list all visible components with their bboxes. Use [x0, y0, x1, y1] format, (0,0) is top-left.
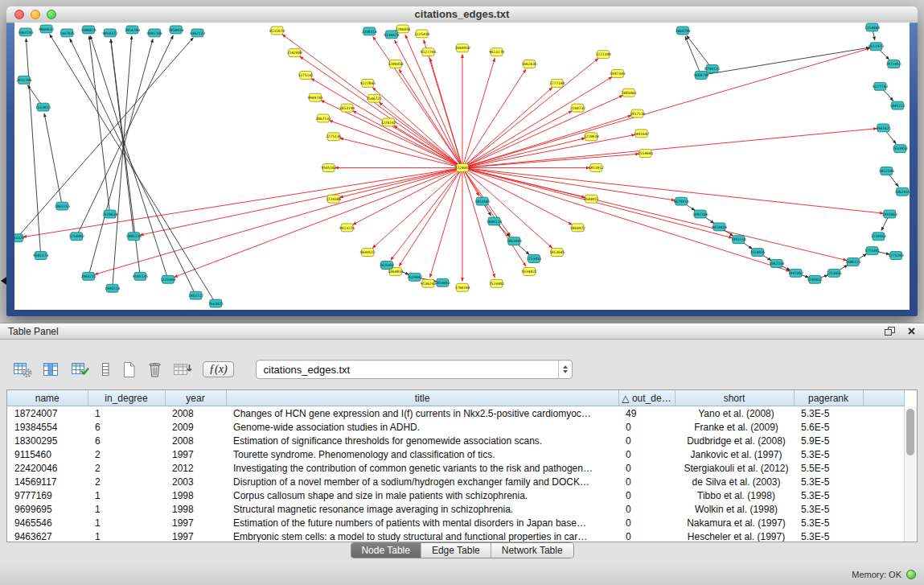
table-row[interactable]: 1830029562008Estimation of significance … — [7, 434, 905, 447]
network-edge[interactable] — [89, 39, 153, 273]
network-node[interactable]: 1221390 — [596, 51, 611, 59]
close-panel-button[interactable] — [907, 327, 916, 336]
network-node[interactable]: 1401647 — [634, 130, 649, 138]
network-node[interactable]: 2275136 — [326, 133, 341, 141]
network-edge[interactable] — [466, 168, 675, 200]
network-edge[interactable] — [140, 168, 458, 235]
network-edge[interactable] — [89, 36, 109, 210]
network-node[interactable]: 1533958 — [893, 145, 908, 153]
network-node[interactable]: 9511973 — [869, 43, 884, 51]
network-edge[interactable] — [395, 40, 461, 164]
network-node[interactable]: 1554036 — [749, 249, 765, 257]
combo-stepper-icon[interactable] — [558, 360, 572, 378]
network-node[interactable]: 2208318 — [362, 27, 377, 35]
network-node[interactable]: 9013276 — [339, 224, 355, 232]
network-node[interactable]: 9505174 — [33, 252, 48, 260]
network-edge[interactable] — [466, 134, 635, 167]
table-row[interactable]: 1872400712008Changes of HCN gene express… — [7, 406, 905, 421]
delete-button[interactable] — [147, 361, 162, 378]
network-node[interactable]: 1453445 — [474, 197, 490, 205]
network-node[interactable]: 1606123 — [845, 258, 860, 266]
table-row[interactable]: 1456911722003Disruption of a novel membe… — [7, 475, 905, 488]
network-node[interactable]: 1662635 — [522, 60, 537, 68]
network-node[interactable]: 1853012 — [589, 164, 604, 172]
network-node[interactable]: 2160732 — [570, 104, 585, 112]
select-columns-button[interactable] — [43, 361, 60, 378]
network-node[interactable]: 2867133 — [315, 114, 331, 122]
network-node[interactable]: 1724065 — [454, 164, 470, 172]
scrollbar-thumb[interactable] — [906, 409, 914, 455]
network-edge[interactable] — [23, 168, 458, 237]
column-header-5[interactable]: short — [675, 390, 794, 406]
network-edge[interactable] — [465, 69, 526, 164]
network-edge[interactable] — [430, 171, 462, 277]
column-header-3[interactable]: title — [226, 390, 618, 406]
network-node[interactable]: 8640512 — [360, 249, 376, 257]
network-edge[interactable] — [466, 169, 733, 238]
network-node[interactable]: 1064972 — [570, 224, 585, 232]
network-node[interactable]: 7643021 — [208, 299, 224, 307]
network-edge[interactable] — [885, 131, 896, 144]
network-node[interactable]: 9227843 — [360, 79, 376, 87]
network-node[interactable]: 1777140 — [549, 79, 565, 87]
import-table-button[interactable] — [173, 361, 192, 378]
network-node[interactable]: 1063003 — [507, 237, 522, 245]
network-edge[interactable] — [399, 171, 460, 266]
collapse-panel-arrow[interactable] — [1, 277, 6, 285]
network-node[interactable]: 1854063 — [435, 278, 450, 286]
network-edge[interactable] — [44, 113, 61, 202]
network-node[interactable]: 1845221 — [890, 101, 906, 109]
network-edge[interactable] — [391, 171, 460, 260]
network-node[interactable]: 1773301 — [864, 247, 880, 255]
table-select-combobox[interactable]: citations_edges.txt — [256, 360, 573, 379]
network-node[interactable]: 1664950 — [454, 44, 470, 52]
table-row[interactable]: 1938455462009Genome-wide association stu… — [7, 420, 905, 434]
function-builder-button[interactable]: ƒ(x) — [203, 361, 234, 377]
network-node[interactable]: 1906514 — [105, 284, 120, 292]
column-header-2[interactable]: year — [165, 390, 226, 406]
network-edge[interactable] — [466, 169, 790, 271]
table-row[interactable]: 911546021997Tourette syndrome. Phenomeno… — [7, 447, 905, 461]
network-node[interactable]: 7619447 — [407, 273, 422, 281]
network-edge[interactable] — [879, 49, 889, 60]
tab-node-table[interactable]: Node Table — [351, 543, 421, 558]
network-node[interactable]: 1853645 — [549, 249, 565, 257]
network-node[interactable]: 8130474 — [384, 31, 399, 39]
network-view[interactable]: 1724065185301295049171064972185364595348… — [14, 23, 910, 310]
table-row[interactable]: 2242004622012Investigating the contribut… — [7, 461, 905, 475]
network-node[interactable]: 8679914 — [673, 197, 688, 205]
network-node[interactable]: 2031106 — [16, 76, 31, 84]
network-node[interactable]: 1062150 — [769, 260, 784, 268]
table-row[interactable]: 969969511998Structural magnetic resonanc… — [7, 502, 905, 516]
network-node[interactable]: 1253456 — [826, 269, 841, 277]
network-node[interactable]: 9227743 — [873, 82, 888, 90]
network-node[interactable]: 9860032 — [39, 25, 54, 33]
network-edge[interactable] — [463, 58, 495, 163]
network-node[interactable]: 1985134 — [126, 233, 142, 241]
network-node[interactable]: 8091106 — [147, 29, 162, 37]
column-header-6[interactable]: pagerank — [794, 390, 863, 406]
network-node[interactable]: 9410424 — [712, 223, 727, 231]
network-node[interactable]: 1210634 — [584, 133, 599, 141]
network-node[interactable]: 1941002 — [788, 269, 803, 277]
window-titlebar[interactable]: citations_edges.txt — [6, 6, 918, 23]
edit-table-button[interactable] — [71, 361, 90, 378]
network-edge[interactable] — [19, 38, 193, 235]
network-node[interactable]: 1091063 — [882, 210, 897, 218]
network-node[interactable]: 1903117 — [188, 291, 203, 299]
network-node[interactable]: 1097343 — [610, 70, 625, 78]
network-node[interactable]: 1664794 — [675, 27, 690, 35]
network-node[interactable]: 1606220 — [487, 217, 502, 225]
network-edge[interactable] — [353, 170, 459, 225]
network-edge[interactable] — [300, 56, 459, 166]
network-node[interactable]: 1760344 — [454, 283, 470, 291]
network-node[interactable]: 2520634 — [102, 210, 117, 218]
network-edge[interactable] — [705, 47, 870, 75]
network-edge[interactable] — [174, 169, 458, 277]
network-node[interactable]: 1686878 — [80, 26, 96, 34]
network-node[interactable]: 9909743 — [307, 93, 322, 101]
network-node[interactable]: 1850934 — [168, 26, 183, 34]
network-edge[interactable] — [339, 169, 458, 198]
network-node[interactable]: 1775203 — [889, 252, 904, 260]
network-node[interactable]: 1154408 — [864, 23, 880, 31]
